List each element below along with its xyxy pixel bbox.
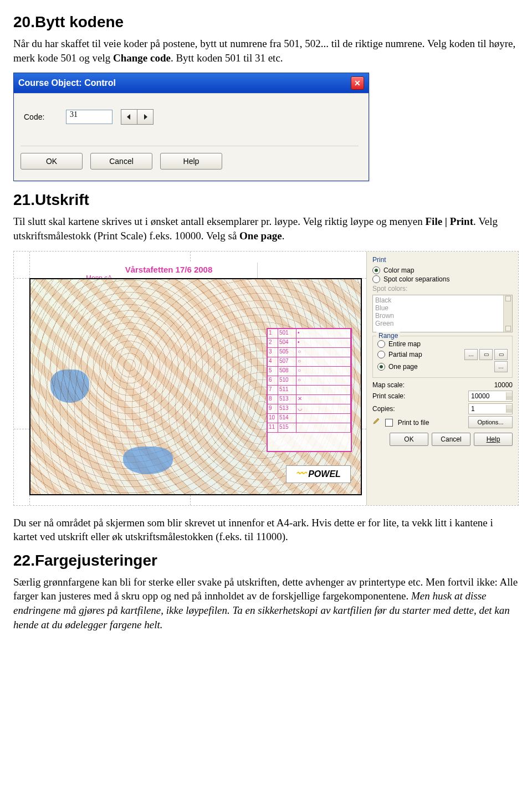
print-options-panel: Print Color map Spot color separations S… [366,252,518,505]
radio-entire-map[interactable]: Entire map [377,340,508,348]
radio-label: One page [388,363,418,371]
list-item: Blue [375,304,510,312]
printscale-label: Print scale: [372,392,405,400]
logo-swoosh-icon: 〰 [296,468,306,480]
para-20-post: . Bytt koden 501 til 31 etc. [171,52,283,64]
printscale-input[interactable]: 10000 [468,391,513,402]
print-ok-button[interactable]: OK [390,433,428,446]
para-22: Særlig grønnfargene kan bli for sterke e… [13,575,519,632]
para-20: Når du har skaffet til veie koder på pos… [13,37,519,65]
radio-label: Partial map [388,351,422,358]
radio-icon [377,351,385,358]
para-21-end: . [282,230,285,242]
help-button[interactable]: Help [160,153,222,170]
range-fieldset: Range Entire map Partial map … ▭ ▭ [372,336,513,378]
print-help-button[interactable]: Help [474,433,513,446]
copies-text: 1 [471,405,475,413]
list-item: Brown [375,312,510,320]
logo-text: POWEL [308,469,341,479]
scrollbar[interactable] [503,295,512,332]
mapscale-value: 10000 [474,381,513,389]
para-21: Til slutt skal kartene skrives ut i ønsk… [13,214,519,243]
radio-icon [377,340,385,348]
para-21-b2: One page [239,230,282,242]
heading-20: 20.Bytt kodene [13,13,519,31]
partial-browse-button[interactable]: … [464,349,478,360]
spot-colors-label: Spot colors: [372,285,513,293]
radio-color-map[interactable]: Color map [372,266,513,275]
para-21-pre: Til slutt skal kartene skrives ut i ønsk… [13,216,426,227]
dialog-titlebar[interactable]: Course Object: Control ✕ [14,73,369,93]
printscale-text: 10000 [471,392,489,400]
code-input[interactable]: 31 [66,110,112,124]
radio-label: Spot color separations [383,275,449,283]
close-icon[interactable]: ✕ [351,76,364,90]
partial-portrait-icon[interactable]: ▭ [479,349,493,360]
para-21-b1: File | Print [426,216,474,227]
control-description-table: 1501• 2504• 3505○ 4507○ 5508○ 6510○ 7511… [267,328,352,452]
map-canvas[interactable]: 1501• 2504• 3505○ 4507○ 5508○ 6510○ 7511… [29,278,362,495]
range-legend: Range [376,332,400,340]
onepage-browse-button[interactable]: … [494,361,508,372]
heading-21: 21.Utskrift [13,191,519,209]
checkbox-icon [385,419,393,427]
print-section-label: Print [372,256,513,264]
radio-icon [377,363,385,371]
copies-label: Copies: [372,405,395,413]
prev-button[interactable] [121,109,137,125]
para-after-figure: Du ser nå området på skjermen som blir s… [13,516,519,544]
radio-spot-separations[interactable]: Spot color separations [372,275,513,284]
partial-landscape-icon[interactable]: ▭ [494,349,508,360]
svg-marker-1 [144,114,147,120]
radio-icon [372,266,380,274]
next-button[interactable] [137,109,154,125]
dialog-course-object: Course Object: Control ✕ Code: 31 OK Can… [13,73,369,181]
options-button[interactable]: Options... [468,416,513,428]
print-preview-figure: Vårstafetten 17/6 2008 Menn cA 1501• 250… [13,251,519,506]
ok-button[interactable]: OK [21,153,83,170]
dialog-title-text: Course Object: Control [18,78,116,88]
heading-22: 22.Fargejusteringer [13,552,519,570]
map-preview-area: Vårstafetten 17/6 2008 Menn cA 1501• 250… [14,252,366,505]
spot-colors-listbox: Black Blue Brown Green [372,295,513,332]
para-20-bold: Change code [113,52,171,64]
print-to-file-label: Print to file [398,419,429,427]
radio-icon [372,275,380,283]
list-item: Black [375,296,510,304]
code-label: Code: [24,112,57,121]
pencil-icon [372,417,380,425]
copies-input[interactable]: 1 [468,403,513,414]
cancel-button[interactable]: Cancel [90,153,152,170]
powel-logo: 〰 POWEL [286,465,351,483]
print-cancel-button[interactable]: Cancel [432,433,470,446]
svg-marker-0 [127,114,130,120]
radio-label: Color map [383,266,414,274]
radio-label: Entire map [388,340,421,348]
mapscale-label: Map scale: [372,381,405,389]
radio-partial-map[interactable]: Partial map [377,351,422,358]
map-title: Vårstafetten 17/6 2008 [86,265,252,274]
radio-one-page[interactable]: One page [377,363,418,371]
print-to-file-row[interactable]: Print to file [372,417,429,427]
list-item: Green [375,320,510,327]
